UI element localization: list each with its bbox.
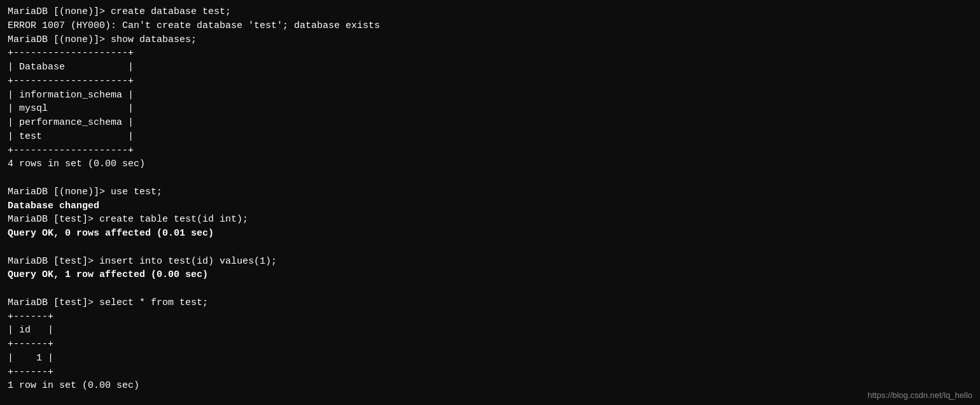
terminal-line: MariaDB [test]> select * from test;: [8, 297, 208, 308]
terminal-line: Query OK, 1 row affected (0.00 sec): [8, 269, 208, 280]
terminal-line: +--------------------+: [8, 48, 134, 59]
terminal-line: Database changed: [8, 201, 99, 211]
terminal-line: 4 rows in set (0.00 sec): [8, 159, 145, 169]
terminal-line: +------+: [8, 311, 53, 322]
terminal-line: MariaDB [(none)]> show databases;: [8, 34, 197, 45]
terminal-line: +------+: [8, 367, 53, 378]
terminal-line: | id |: [8, 325, 53, 336]
terminal-line: | 1 |: [8, 353, 53, 364]
terminal-line: +--------------------+: [8, 76, 134, 87]
terminal-line: +------+: [8, 339, 53, 350]
terminal-line: | performance_schema |: [8, 117, 134, 128]
terminal-line: | mysql |: [8, 103, 134, 114]
terminal-line: | test |: [8, 131, 134, 142]
terminal-line: Query OK, 0 rows affected (0.01 sec): [8, 228, 214, 239]
watermark: https://blog.csdn.net/lq_hello: [867, 390, 972, 400]
terminal-line: | Database |: [8, 62, 134, 73]
terminal-line: ERROR 1007 (HY000): Can't create databas…: [8, 20, 380, 31]
terminal-line: | information_schema |: [8, 90, 134, 101]
terminal-line: 1 row in set (0.00 sec): [8, 380, 139, 391]
terminal-line: MariaDB [test]> insert into test(id) val…: [8, 256, 277, 267]
terminal-line: MariaDB [(none)]> use test;: [8, 187, 162, 197]
terminal-line: MariaDB [(none)]> create database test;: [8, 6, 231, 17]
terminal-line: MariaDB [test]> create table test(id int…: [8, 214, 248, 225]
terminal-output: MariaDB [(none)]> create database test; …: [8, 5, 972, 393]
terminal-line: +--------------------+: [8, 145, 134, 156]
